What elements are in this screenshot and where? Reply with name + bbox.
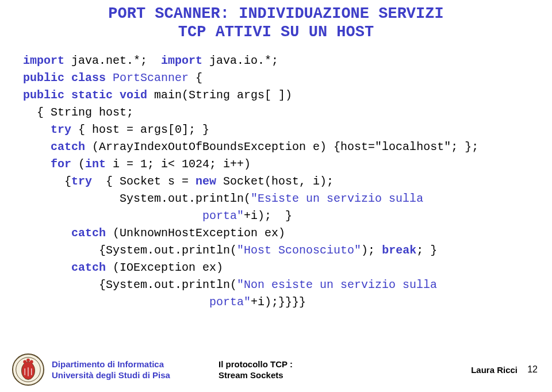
slide-footer: Dipartimento di Informatica Università d… <box>0 353 552 386</box>
title-line-2: TCP ATTIVI SU UN HOST <box>178 24 374 41</box>
page-number: 12 <box>527 364 538 375</box>
svg-point-5 <box>30 360 33 364</box>
footer-subject: Il protocollo TCP : Stream Sockets <box>218 359 293 381</box>
title-line-1: PORT SCANNER: INDIVIDUAZIONE SERVIZI <box>108 5 443 22</box>
footer-department: Dipartimento di Informatica Università d… <box>52 359 170 381</box>
svg-point-3 <box>23 360 26 364</box>
university-logo-icon <box>12 353 45 386</box>
slide-title: PORT SCANNER: INDIVIDUAZIONE SERVIZI TCP… <box>23 5 529 42</box>
code-block: import java.net.*; import java.io.*; pub… <box>23 52 529 311</box>
footer-author: Laura Ricci <box>471 365 518 375</box>
svg-point-4 <box>26 359 30 362</box>
